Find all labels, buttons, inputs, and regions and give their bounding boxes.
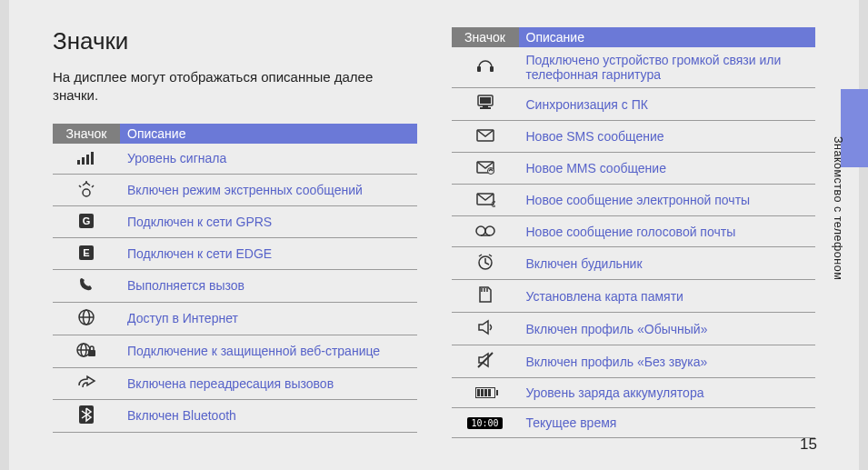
table-row: Включен будильник bbox=[452, 247, 816, 280]
icon-description: Уровень сигнала bbox=[120, 144, 417, 175]
table-row: Новое SMS сообщение bbox=[452, 121, 816, 153]
sdcard-icon bbox=[452, 280, 519, 313]
sms-icon bbox=[452, 121, 519, 153]
header-desc: Описание bbox=[120, 124, 417, 144]
table-row: Включена переадресация вызовов bbox=[53, 367, 417, 399]
signal-icon bbox=[53, 144, 120, 175]
edge-icon: E bbox=[53, 237, 120, 269]
table-row: Выполняется вызов bbox=[53, 269, 417, 302]
icon-description: Текущее время bbox=[519, 408, 816, 438]
icon-description: Новое SMS сообщение bbox=[519, 121, 816, 153]
svg-rect-21 bbox=[483, 105, 488, 107]
icon-description: Новое сообщение электронной почты bbox=[519, 185, 816, 216]
svg-rect-17 bbox=[477, 66, 481, 72]
header-icon: Значок bbox=[452, 27, 519, 47]
svg-rect-1 bbox=[82, 157, 85, 165]
side-tab bbox=[841, 89, 868, 167]
forward-icon bbox=[53, 367, 120, 399]
icon-description: Подключен к сети EDGE bbox=[120, 237, 417, 269]
svg-rect-3 bbox=[91, 152, 94, 165]
icon-description: Включен профиль «Обычный» bbox=[519, 313, 816, 345]
headset-icon bbox=[452, 47, 519, 88]
icon-description: Включена переадресация вызовов bbox=[120, 367, 417, 399]
table-row: Уровень сигнала bbox=[53, 144, 417, 175]
globe-icon bbox=[53, 302, 120, 335]
secure-web-icon bbox=[53, 335, 120, 367]
sos-icon bbox=[53, 174, 120, 205]
call-icon bbox=[53, 269, 120, 302]
mms-icon bbox=[452, 153, 519, 185]
svg-rect-15 bbox=[88, 350, 95, 356]
table-row: Новое MMS сообщение bbox=[452, 153, 816, 185]
icon-description: Подключено устройство громкой связи или … bbox=[519, 47, 816, 88]
icon-description: Доступ в Интернет bbox=[120, 302, 417, 335]
page-number: 15 bbox=[800, 435, 817, 454]
gprs-icon: G bbox=[53, 205, 120, 237]
time-icon: 10:00 bbox=[452, 408, 519, 438]
icon-description: Подключение к защищенной веб-странице bbox=[120, 335, 417, 367]
svg-rect-18 bbox=[490, 66, 494, 72]
table-row: Новое сообщение голосовой почты bbox=[452, 216, 816, 247]
icons-table-2: Значок Описание Подключено устройство гр… bbox=[452, 27, 816, 438]
header-icon: Значок bbox=[53, 124, 120, 144]
table-row: @Новое сообщение электронной почты bbox=[452, 185, 816, 216]
icon-description: Новое сообщение голосовой почты bbox=[519, 216, 816, 247]
table-row: Синхронизация с ПК bbox=[452, 88, 816, 121]
pc-sync-icon bbox=[452, 88, 519, 121]
table-row: Включен Bluetooth bbox=[53, 399, 417, 432]
table-row: Включен профиль «Без звука» bbox=[452, 345, 816, 378]
table-row: Установлена карта памяти bbox=[452, 280, 816, 313]
table-row: Доступ в Интернет bbox=[53, 302, 417, 335]
table-row: Подключение к защищенной веб-странице bbox=[53, 335, 417, 367]
icon-description: Синхронизация с ПК bbox=[519, 88, 816, 121]
svg-rect-0 bbox=[77, 160, 80, 165]
icon-description: Включен будильник bbox=[519, 247, 816, 280]
svg-point-28 bbox=[476, 226, 485, 235]
svg-point-4 bbox=[83, 189, 90, 196]
svg-text:G: G bbox=[83, 215, 91, 226]
table-row: Включен профиль «Обычный» bbox=[452, 313, 816, 345]
alarm-icon bbox=[452, 247, 519, 280]
table-row: EПодключен к сети EDGE bbox=[53, 237, 417, 269]
table-row: Подключено устройство громкой связи или … bbox=[452, 47, 816, 88]
icon-description: Включен режим экстренных сообщений bbox=[120, 174, 417, 205]
header-desc: Описание bbox=[519, 27, 816, 47]
side-section-label: Знакомство с телефоном bbox=[832, 136, 844, 280]
icon-description: Выполняется вызов bbox=[120, 269, 417, 302]
page-title: Значки bbox=[53, 27, 417, 55]
svg-point-29 bbox=[485, 226, 494, 235]
battery-icon bbox=[452, 378, 519, 408]
svg-rect-20 bbox=[480, 97, 491, 104]
normal-icon bbox=[452, 313, 519, 345]
icon-description: Уровень заряда аккумулятора bbox=[519, 378, 816, 408]
silent-icon bbox=[452, 345, 519, 378]
icon-description: Новое MMS сообщение bbox=[519, 153, 816, 185]
svg-text:@: @ bbox=[491, 199, 495, 207]
table-row: GПодключен к сети GPRS bbox=[53, 205, 417, 237]
voicemail-icon bbox=[452, 216, 519, 247]
table-row: 10:00Текущее время bbox=[452, 408, 816, 438]
icons-table-1: Значок Описание Уровень сигналаВключен р… bbox=[53, 124, 417, 433]
table-row: Уровень заряда аккумулятора bbox=[452, 378, 816, 408]
svg-text:E: E bbox=[83, 247, 89, 258]
svg-rect-2 bbox=[86, 155, 89, 165]
icon-description: Подключен к сети GPRS bbox=[120, 205, 417, 237]
icon-description: Установлена карта памяти bbox=[519, 280, 816, 313]
svg-rect-22 bbox=[480, 107, 491, 109]
email-icon: @ bbox=[452, 185, 519, 216]
table-row: Включен режим экстренных сообщений bbox=[53, 174, 417, 205]
icon-description: Включен профиль «Без звука» bbox=[519, 345, 816, 378]
icon-description: Включен Bluetooth bbox=[120, 399, 417, 432]
intro-text: На дисплее могут отображаться описанные … bbox=[53, 68, 417, 105]
bluetooth-icon bbox=[53, 399, 120, 432]
